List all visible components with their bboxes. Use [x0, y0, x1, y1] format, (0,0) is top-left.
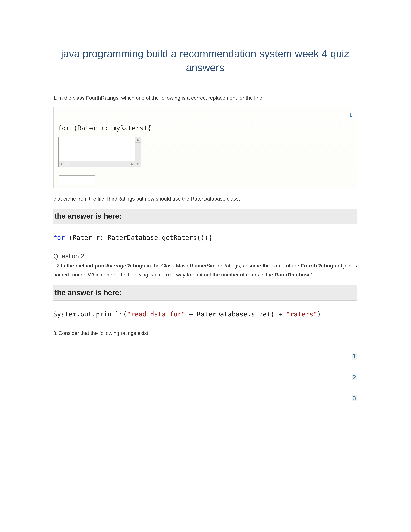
- scroll-right-icon[interactable]: ▶: [130, 161, 135, 167]
- document-content: java programming build a recommendation …: [53, 47, 357, 413]
- code-box-1: 1 for (Rater r: myRaters){ ▲ ▼ ◀ ▶: [53, 106, 357, 189]
- question-1-suffix: that came from the file ThirdRatings but…: [53, 195, 357, 203]
- question-1-number: 1.: [53, 95, 57, 101]
- line-number-2: 2: [352, 374, 357, 380]
- a2-post: );: [317, 311, 325, 318]
- answer-heading-1-label: the answer is here:: [55, 212, 356, 220]
- line-number-1: 1: [352, 353, 357, 360]
- horizontal-scrollbar[interactable]: ◀ ▶: [58, 161, 135, 167]
- line-number-column: 1 2 3: [352, 353, 357, 416]
- question-2-heading: Question 2: [53, 253, 357, 260]
- q2-b3: RaterDatabase: [274, 272, 311, 278]
- a2-str2: "raters": [286, 311, 317, 318]
- keyword-for: for: [53, 234, 65, 241]
- a2-pre: System.out.println(: [53, 311, 127, 318]
- scroll-thumb[interactable]: [64, 162, 70, 166]
- q2-b2: FourthRatings: [301, 263, 336, 269]
- answer-heading-1: the answer is here:: [53, 209, 357, 224]
- question-1-text: 1.In the class FourthRatings, which one …: [53, 94, 357, 102]
- answer-1-code: for (Rater r: RaterDatabase.getRaters())…: [53, 234, 357, 241]
- question-3-body: Consider that the following ratings exis…: [58, 330, 148, 336]
- code-box-1-linenum: 1: [58, 111, 352, 118]
- scroll-left-icon[interactable]: ◀: [58, 161, 64, 167]
- question-3-text: 3.Consider that the following ratings ex…: [53, 329, 357, 337]
- vertical-scrollbar[interactable]: ▲ ▼: [135, 137, 140, 167]
- question-1-body: In the class FourthRatings, which one of…: [58, 95, 262, 101]
- answer-1-code-rest: (Rater r: RaterDatabase.getRaters()){: [65, 234, 212, 241]
- a2-mid: + RaterDatabase.size() +: [185, 311, 286, 318]
- question-3-number: 3.: [53, 330, 57, 336]
- q2-p2: in the Class MovieRunnerSimilarRatings, …: [145, 263, 301, 269]
- question-2-text: 2.In the method printAverageRatings in t…: [53, 261, 357, 279]
- q2-b1: printAverageRatings: [95, 263, 145, 269]
- scroll-down-icon[interactable]: ▼: [135, 161, 140, 167]
- small-input-box[interactable]: [59, 175, 95, 185]
- answer-2-code: System.out.println("read data for" + Rat…: [53, 311, 357, 318]
- embedded-scroll-widget: ▲ ▼ ◀ ▶: [58, 137, 141, 167]
- code-box-1-code: for (Rater r: myRaters){: [58, 124, 352, 132]
- question-2-number: 2.: [56, 263, 61, 269]
- a2-str1: "read data for": [127, 311, 185, 318]
- q2-p1: In the method: [61, 263, 95, 269]
- line-number-3: 3: [352, 395, 357, 401]
- answer-heading-2: the answer is here:: [53, 285, 357, 301]
- scroll-up-icon[interactable]: ▲: [135, 137, 140, 142]
- page-title: java programming build a recommendation …: [53, 47, 357, 75]
- top-horizontal-rule: [37, 19, 374, 19]
- q2-p4: ?: [311, 272, 314, 278]
- answer-heading-2-label: the answer is here:: [55, 288, 356, 297]
